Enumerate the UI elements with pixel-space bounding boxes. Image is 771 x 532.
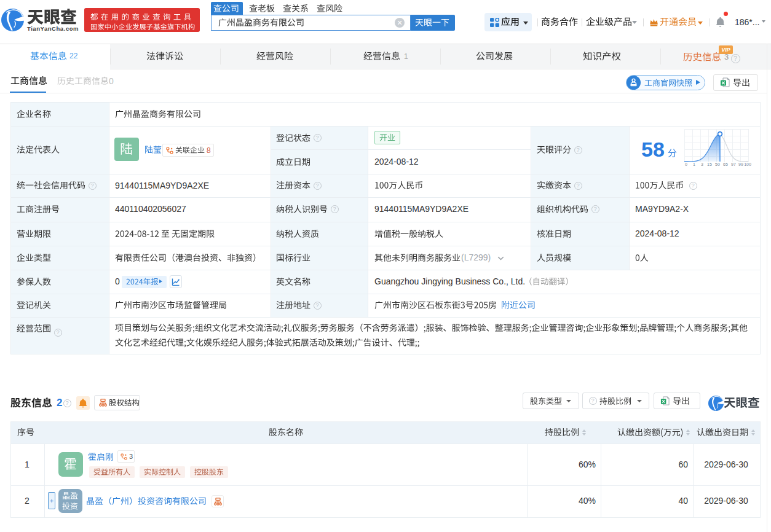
svg-text:1: 1	[693, 162, 695, 166]
svg-text:100: 100	[744, 162, 751, 166]
svg-text:97: 97	[731, 162, 736, 166]
svg-text:65: 65	[723, 162, 728, 166]
svg-text:15: 15	[707, 162, 712, 166]
svg-text:0: 0	[685, 162, 687, 166]
svg-text:50: 50	[715, 162, 720, 166]
svg-text:99: 99	[738, 162, 743, 166]
svg-text:3: 3	[701, 162, 703, 166]
